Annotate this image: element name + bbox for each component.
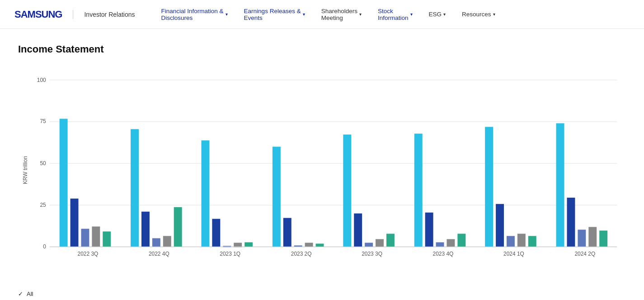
bar-revenue-7 bbox=[556, 123, 564, 247]
chevron-down-icon: ▾ bbox=[493, 12, 495, 17]
bar-operating-profit-5 bbox=[436, 242, 444, 247]
bar-profit-before-tax-6 bbox=[517, 234, 526, 247]
nav-item-resources-label: Resources bbox=[462, 11, 491, 18]
bar-profit-before-tax-5 bbox=[447, 239, 455, 247]
bar-gross-profit-2 bbox=[212, 219, 220, 247]
bar-operating-profit-1 bbox=[152, 238, 160, 247]
bar-operating-profit-7 bbox=[578, 230, 586, 247]
chevron-down-icon: ▾ bbox=[443, 12, 446, 17]
svg-text:2024 2Q: 2024 2Q bbox=[574, 251, 595, 257]
check-all-icon: ✓ bbox=[18, 290, 23, 297]
svg-text:100: 100 bbox=[37, 77, 46, 83]
bar-revenue-4 bbox=[343, 134, 351, 247]
chevron-down-icon: ▾ bbox=[303, 12, 305, 17]
svg-text:2023 4Q: 2023 4Q bbox=[433, 251, 454, 257]
bar-gross-profit-5 bbox=[425, 213, 433, 247]
svg-text:2024 1Q: 2024 1Q bbox=[503, 251, 524, 257]
bar-operating-profit-6 bbox=[507, 236, 515, 247]
bar-net-profit-2 bbox=[244, 242, 253, 247]
navigation: SAMSUNG Investor Relations Financial Inf… bbox=[0, 0, 644, 29]
bar-net-profit-0 bbox=[103, 232, 111, 247]
bar-gross-profit-6 bbox=[496, 204, 504, 247]
bar-gross-profit-4 bbox=[354, 214, 362, 247]
bar-revenue-3 bbox=[273, 147, 281, 247]
svg-text:0: 0 bbox=[43, 243, 46, 250]
svg-text:2023 1Q: 2023 1Q bbox=[220, 251, 240, 257]
nav-item-earnings[interactable]: Earnings Releases &Events ▾ bbox=[236, 0, 313, 29]
nav-item-esg-label: ESG bbox=[429, 11, 442, 18]
chevron-down-icon: ▾ bbox=[410, 12, 413, 17]
bar-profit-before-tax-3 bbox=[305, 243, 313, 247]
svg-text:2023 3Q: 2023 3Q bbox=[362, 251, 382, 257]
investor-relations-label: Investor Relations bbox=[84, 11, 135, 18]
brand: SAMSUNG Investor Relations bbox=[14, 9, 135, 20]
chevron-down-icon: ▾ bbox=[359, 12, 362, 17]
svg-text:50: 50 bbox=[40, 160, 46, 167]
nav-items: Financial Information &Disclosures ▾ Ear… bbox=[153, 0, 630, 29]
svg-text:75: 75 bbox=[40, 118, 46, 124]
legend-all[interactable]: ✓ All bbox=[18, 290, 343, 297]
bar-profit-before-tax-0 bbox=[92, 227, 100, 247]
nav-brand-divider bbox=[73, 10, 73, 19]
bar-net-profit-3 bbox=[316, 243, 324, 247]
bar-operating-profit-4 bbox=[365, 243, 373, 247]
svg-text:2023 2Q: 2023 2Q bbox=[291, 251, 312, 257]
chart-container: .axis-label { font-size: 12px; fill: #55… bbox=[18, 66, 626, 283]
main-content: Income Statement .axis-label { font-size… bbox=[0, 29, 644, 300]
svg-text:25: 25 bbox=[40, 202, 46, 208]
nav-item-financial-label: Financial Information &Disclosures bbox=[161, 8, 224, 21]
nav-item-shareholders[interactable]: ShareholdersMeeting ▾ bbox=[313, 0, 370, 29]
bar-revenue-1 bbox=[131, 129, 139, 247]
bar-revenue-5 bbox=[414, 133, 423, 247]
bar-net-profit-6 bbox=[528, 236, 536, 247]
bar-profit-before-tax-1 bbox=[163, 236, 171, 247]
nav-item-stock-label: StockInformation bbox=[378, 8, 409, 21]
nav-item-resources[interactable]: Resources ▾ bbox=[454, 0, 503, 29]
nav-item-earnings-label: Earnings Releases &Events bbox=[244, 8, 301, 21]
svg-text:2022 4Q: 2022 4Q bbox=[149, 251, 169, 257]
svg-text:2022 3Q: 2022 3Q bbox=[78, 251, 99, 257]
page-title: Income Statement bbox=[18, 43, 626, 55]
samsung-logo: SAMSUNG bbox=[14, 9, 62, 20]
nav-item-stock[interactable]: StockInformation ▾ bbox=[370, 0, 421, 29]
bar-profit-before-tax-4 bbox=[376, 239, 384, 247]
bar-net-profit-7 bbox=[599, 231, 607, 247]
nav-item-shareholders-label: ShareholdersMeeting bbox=[321, 8, 357, 21]
bar-net-profit-1 bbox=[174, 207, 182, 247]
bar-operating-profit-0 bbox=[81, 229, 89, 247]
chevron-down-icon: ▾ bbox=[226, 12, 228, 17]
bar-revenue-6 bbox=[485, 127, 493, 247]
nav-item-financial[interactable]: Financial Information &Disclosures ▾ bbox=[153, 0, 236, 29]
bar-gross-profit-0 bbox=[71, 199, 79, 247]
bar-gross-profit-1 bbox=[141, 212, 150, 247]
bar-gross-profit-3 bbox=[283, 218, 291, 247]
bar-gross-profit-7 bbox=[567, 198, 575, 247]
income-statement-chart: .axis-label { font-size: 12px; fill: #55… bbox=[18, 66, 626, 283]
svg-text:KRW trillion: KRW trillion bbox=[22, 156, 28, 184]
bar-net-profit-4 bbox=[386, 234, 395, 247]
nav-item-esg[interactable]: ESG ▾ bbox=[421, 0, 454, 29]
legend-all-label: All bbox=[27, 290, 33, 297]
chart-legend: ✓ All ✓ Revenue ✓ Gross profit ✓ Operati… bbox=[18, 290, 626, 300]
bar-revenue-0 bbox=[60, 119, 68, 247]
bar-net-profit-5 bbox=[457, 234, 465, 247]
bar-revenue-2 bbox=[201, 140, 209, 247]
bar-profit-before-tax-7 bbox=[588, 227, 597, 247]
